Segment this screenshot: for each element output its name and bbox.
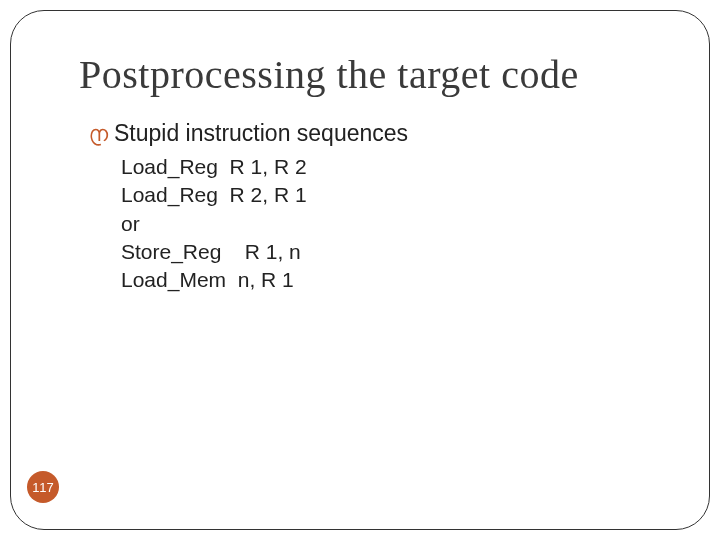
page-number: 117 bbox=[32, 480, 54, 495]
slide-title: Postprocessing the target code bbox=[79, 51, 659, 98]
code-line: or bbox=[121, 210, 659, 238]
slide-frame: Postprocessing the target code ൱ Stupid … bbox=[10, 10, 710, 530]
page-number-badge: 117 bbox=[27, 471, 59, 503]
swirl-bullet-icon: ൱ bbox=[91, 123, 110, 145]
bullet-text: Stupid instruction sequences bbox=[114, 120, 408, 147]
code-line: Store_Reg R 1, n bbox=[121, 238, 659, 266]
code-block: Load_Reg R 1, R 2 Load_Reg R 2, R 1 or S… bbox=[121, 153, 659, 295]
code-line: Load_Reg R 1, R 2 bbox=[121, 153, 659, 181]
code-line: Load_Mem n, R 1 bbox=[121, 266, 659, 294]
bullet-item: ൱ Stupid instruction sequences bbox=[91, 120, 659, 147]
code-line: Load_Reg R 2, R 1 bbox=[121, 181, 659, 209]
